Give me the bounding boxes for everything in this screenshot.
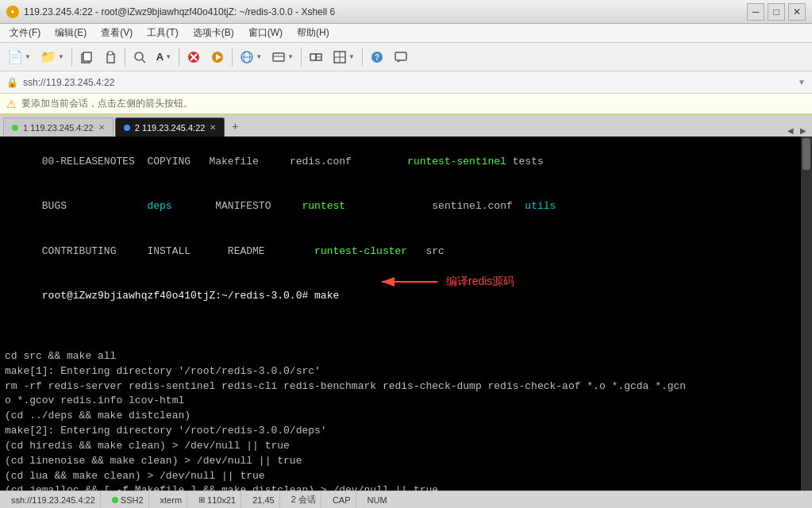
- svg-rect-3: [108, 52, 113, 55]
- window-title: 119.23.245.4:22 - root@iZwz9bjiawhqzf40o…: [24, 6, 335, 17]
- terminal-line-13: (cd lua && make clean) > /dev/null || tr…: [5, 469, 807, 484]
- terminal-line-6: make[1]: Entering directory '/root/redis…: [5, 364, 807, 379]
- toolbar-paste-button[interactable]: [99, 46, 121, 68]
- status-caps: CAP: [328, 491, 356, 508]
- toolbar-search-button[interactable]: [129, 46, 151, 68]
- status-ssh: SSH2: [107, 491, 149, 508]
- terminal-line-10: make[2]: Entering directory '/root/redis…: [5, 424, 807, 439]
- terminal-line-2: BUGS deps MANIFESTO runtest sentinel.con…: [5, 185, 807, 230]
- menu-tools[interactable]: 工具(T): [140, 25, 184, 41]
- tab-nav-left[interactable]: ◀: [785, 126, 796, 135]
- toolbar-separator-1: [71, 48, 72, 66]
- toolbar-layout-button[interactable]: ▼: [329, 46, 359, 68]
- info-text: 要添加当前会话，点击左侧的箭头按钮。: [21, 97, 193, 110]
- toolbar-separator-3: [179, 48, 179, 66]
- status-connection-dot: [112, 497, 118, 503]
- status-sessions: 2 会话: [287, 491, 321, 508]
- toolbar-compose-button[interactable]: ▼: [267, 46, 298, 68]
- terminal-line-5: cd src && make all: [5, 349, 807, 364]
- terminal[interactable]: 00-RELEASENOTES COPYING Makefile redis.c…: [0, 137, 812, 491]
- svg-rect-2: [107, 54, 114, 63]
- maximize-button[interactable]: □: [768, 3, 785, 21]
- menu-bar: 文件(F) 编辑(E) 查看(V) 工具(T) 选项卡(B) 窗口(W) 帮助(…: [0, 24, 812, 43]
- terminal-line-8: o *.gcov redis.info lcov-html: [5, 394, 807, 409]
- minimize-button[interactable]: ─: [747, 3, 764, 21]
- terminal-prompt-line: root@iZwz9bjiawhqzf40o410tjZ:~/redis-3.0…: [5, 275, 807, 349]
- toolbar-font-button[interactable]: A▼: [152, 46, 175, 68]
- app-icon: ●: [6, 6, 19, 18]
- terminal-line-11: (cd hiredis && make clean) > /dev/null |…: [5, 439, 807, 454]
- annotation-text: 编译redis源码: [446, 273, 514, 289]
- address-text: ssh://119.23.245.4:22: [23, 77, 114, 88]
- menu-window[interactable]: 窗口(W): [242, 25, 289, 41]
- address-dropdown[interactable]: ▼: [798, 78, 806, 87]
- scrollbar-thumb[interactable]: [802, 138, 810, 170]
- tab-nav-right[interactable]: ▶: [798, 126, 809, 135]
- toolbar-separator-6: [362, 48, 363, 66]
- address-bar: 🔒 ssh://119.23.245.4:22 ▼: [0, 71, 812, 94]
- menu-help[interactable]: 帮助(H): [291, 25, 336, 41]
- address-icon: 🔒: [6, 77, 18, 88]
- status-num: NUM: [363, 491, 392, 508]
- status-address: ssh://119.23.245.4:22: [6, 491, 101, 508]
- toolbar-separator-4: [232, 48, 233, 66]
- tab-1-dot: [12, 125, 18, 131]
- menu-edit[interactable]: 编辑(E): [48, 25, 93, 41]
- status-terminal-text: xterm: [160, 495, 183, 505]
- tab-2-close[interactable]: ✕: [210, 123, 216, 132]
- status-size-icon: ⊞: [198, 495, 205, 504]
- svg-marker-25: [398, 60, 401, 63]
- toolbar-stop-button[interactable]: [183, 46, 205, 68]
- toolbar: 📄▼ 📁▼ A▼: [0, 43, 812, 71]
- svg-rect-1: [83, 52, 91, 61]
- status-address-text: ssh://119.23.245.4:22: [11, 495, 95, 505]
- tab-2-label: 2 119.23.245.4:22: [135, 123, 206, 133]
- status-size-text: 110x21: [207, 495, 236, 505]
- status-ssh-text: SSH2: [121, 495, 144, 505]
- title-bar: ● 119.23.245.4:22 - root@iZwz9bjiawhqzf4…: [0, 0, 812, 24]
- status-num-text: NUM: [368, 495, 387, 505]
- status-size: ⊞ 110x21: [194, 491, 241, 508]
- terminal-line-7: rm -rf redis-server redis-sentinel redis…: [5, 379, 807, 394]
- toolbar-separator-5: [301, 48, 302, 66]
- tab-bar: 1 119.23.245.4:22 ✕ 2 119.23.245.4:22 ✕ …: [0, 114, 812, 137]
- tab-1-close[interactable]: ✕: [98, 123, 105, 132]
- close-button[interactable]: ✕: [788, 3, 806, 21]
- terminal-scrollbar[interactable]: [801, 137, 812, 491]
- tab-2[interactable]: 2 119.23.245.4:22 ✕: [115, 117, 225, 137]
- terminal-content[interactable]: 00-RELEASENOTES COPYING Makefile redis.c…: [0, 137, 812, 491]
- terminal-line-3: CONTRIBUTING INSTALL README runtest-clus…: [5, 229, 807, 275]
- terminal-line-12: (cd linenoise && make clean) > /dev/null…: [5, 454, 807, 469]
- status-bar: ssh://119.23.245.4:22 SSH2 xterm ⊞ 110x2…: [0, 491, 812, 508]
- toolbar-play-button[interactable]: [206, 46, 229, 68]
- svg-point-4: [135, 52, 143, 60]
- open-session-button[interactable]: 📁▼: [37, 46, 68, 68]
- toolbar-help-button[interactable]: ?: [366, 46, 388, 68]
- status-position-text: 21,45: [252, 495, 275, 505]
- menu-tabs[interactable]: 选项卡(B): [187, 25, 241, 41]
- status-sessions-text: 2 会话: [291, 494, 316, 506]
- terminal-line-1: 00-RELEASENOTES COPYING Makefile redis.c…: [5, 140, 807, 185]
- tab-1[interactable]: 1 119.23.245.4:22 ✕: [3, 117, 114, 137]
- terminal-line-9: (cd ../deps && make distclean): [5, 409, 807, 424]
- info-icon: ⚠: [6, 98, 17, 110]
- info-bar: ⚠ 要添加当前会话，点击左侧的箭头按钮。: [0, 94, 812, 114]
- toolbar-copy-button[interactable]: [75, 46, 98, 68]
- tab-nav: ◀ ▶: [785, 126, 809, 135]
- status-terminal-type: xterm: [156, 491, 188, 508]
- menu-view[interactable]: 查看(V): [94, 25, 139, 41]
- tab-1-label: 1 119.23.245.4:22: [23, 123, 94, 133]
- toolbar-network-button[interactable]: ▼: [236, 46, 266, 68]
- toolbar-chat-button[interactable]: [390, 46, 412, 68]
- toolbar-separator-2: [125, 48, 125, 66]
- tab-2-dot: [124, 125, 130, 131]
- svg-text:?: ?: [375, 53, 379, 62]
- status-caps-text: CAP: [333, 495, 351, 505]
- new-session-button[interactable]: 📄▼: [3, 46, 35, 68]
- status-position: 21,45: [248, 491, 280, 508]
- svg-rect-16: [310, 54, 316, 60]
- toolbar-resize-button[interactable]: [305, 46, 327, 68]
- svg-line-5: [142, 60, 145, 63]
- menu-file[interactable]: 文件(F): [3, 25, 47, 41]
- tab-add-button[interactable]: +: [226, 117, 244, 135]
